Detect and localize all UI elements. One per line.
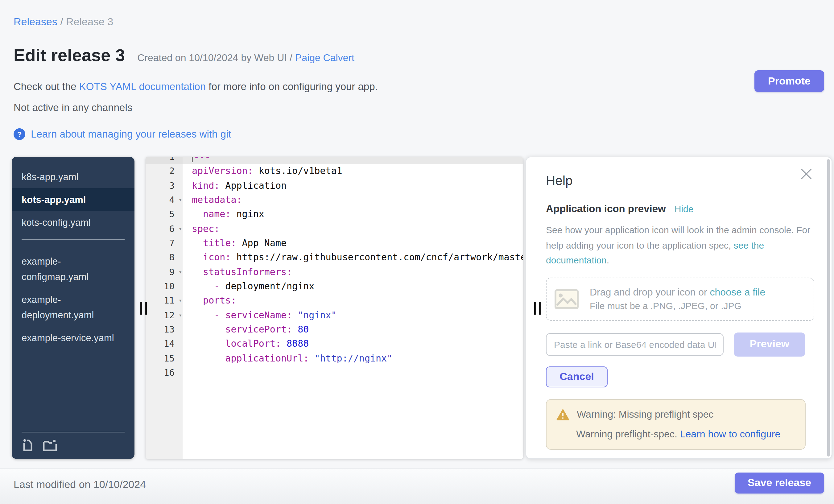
file-list-divider [22,239,125,240]
code-text[interactable]: applicationUrl: "http://nginx" [182,351,523,366]
file-item-k8s-app.yaml[interactable]: k8s-app.yaml [12,165,134,188]
code-line-4[interactable]: 4▾metadata: [146,193,523,207]
line-number: 14 [146,337,182,352]
fold-arrow-icon[interactable]: ▾ [179,294,182,308]
sidebar-divider [22,432,125,433]
code-text[interactable]: name: nginx [182,207,523,222]
file-sidebar: k8s-app.yamlkots-app.yamlkots-config.yam… [12,157,134,459]
fold-arrow-icon[interactable]: ▾ [179,308,182,323]
code-line-15[interactable]: 15 applicationUrl: "http://nginx" [146,351,523,366]
code-line-13[interactable]: 13 servicePort: 80 [146,323,523,337]
file-item-example-service.yaml[interactable]: example-service.yaml [12,326,134,349]
fold-arrow-icon[interactable]: ▾ [179,193,182,207]
kots-yaml-doc-link[interactable]: KOTS YAML documentation [79,81,206,92]
line-number: 3 [146,179,182,193]
code-text[interactable]: --- [182,157,523,165]
page-title: Edit release 3 [14,46,125,65]
code-line-8[interactable]: 8 icon: https://raw.githubusercontent.co… [146,251,523,265]
help-panel-resize-handle[interactable] [534,302,541,314]
code-line-10[interactable]: 10 - deployment/nginx [146,280,523,294]
code-text[interactable]: statusInformers: [182,265,523,280]
code-line-12[interactable]: 12▾ - serviceName: "nginx" [146,308,523,323]
sidebar-resize-handle[interactable] [140,302,147,314]
file-item-example-deployment.yaml[interactable]: example-deployment.yaml [12,288,134,326]
code-line-7[interactable]: 7 title: App Name [146,236,523,251]
icon-url-input[interactable] [546,333,724,356]
editor-content: 1---2apiVersion: kots.io/v1beta13kind: A… [146,157,523,380]
git-help-link-text[interactable]: Learn about managing your releases with … [31,128,231,140]
code-text[interactable]: metadata: [182,193,523,207]
author-link[interactable]: Paige Calvert [295,52,354,63]
breadcrumb-current: Release 3 [66,16,113,28]
close-icon[interactable] [799,167,813,181]
code-text[interactable]: servicePort: 80 [182,323,523,337]
line-number: 12▾ [146,308,182,323]
code-text[interactable]: - serviceName: "nginx" [182,308,523,323]
code-line-16[interactable]: 16 [146,366,523,380]
doc-hint: Check out the KOTS YAML documentation fo… [14,81,378,92]
code-line-2[interactable]: 2apiVersion: kots.io/v1beta1 [146,165,523,179]
icon-preview-section-title: Application icon preview [546,203,666,215]
add-folder-icon[interactable] [43,439,58,452]
code-text[interactable]: kind: Application [182,179,523,193]
cancel-button[interactable]: Cancel [546,366,608,387]
image-placeholder-icon [554,289,578,309]
add-file-icon[interactable] [22,439,34,452]
code-line-6[interactable]: 6▾spec: [146,222,523,236]
channel-status: Not active in any channels [14,102,132,113]
warning-triangle-icon [556,409,569,420]
code-line-9[interactable]: 9▾ statusInformers: [146,265,523,280]
code-text[interactable]: title: App Name [182,236,523,251]
text-cursor [192,157,193,162]
code-line-1[interactable]: 1--- [146,157,523,165]
code-text[interactable] [182,366,523,380]
code-line-11[interactable]: 11▾ ports: [146,294,523,308]
doc-hint-prefix: Check out the [14,81,79,92]
description-text: See how your application icon will look … [546,224,810,250]
choose-file-link[interactable]: choose a file [710,287,766,297]
breadcrumb: Releases / Release 3 [14,16,113,28]
title-row: Edit release 3 Created on 10/10/2024 by … [14,46,354,65]
footer-bar: Last modified on 10/10/2024 Save release [0,468,834,504]
line-number: 10 [146,280,182,294]
line-number: 8 [146,251,182,265]
hide-link[interactable]: Hide [675,203,694,214]
yaml-editor[interactable]: 1---2apiVersion: kots.io/v1beta13kind: A… [146,157,523,459]
icon-dropzone[interactable]: Drag and drop your icon or choose a file… [546,277,814,321]
file-item-example-configmap.yaml[interactable]: example-configmap.yaml [12,250,134,288]
dropzone-file-types: File must be a .PNG, .JPEG, or .JPG [590,301,765,311]
code-line-3[interactable]: 3kind: Application [146,179,523,193]
line-number: 16 [146,366,182,380]
fold-arrow-icon[interactable]: ▾ [179,265,182,280]
code-text[interactable]: localPort: 8888 [182,337,523,352]
created-info: Created on 10/10/2024 by Web UI / Paige … [137,52,354,64]
breadcrumb-releases-link[interactable]: Releases [14,16,57,28]
code-text[interactable]: - deployment/nginx [182,280,523,294]
code-text[interactable]: spec: [182,222,523,236]
help-panel: Help Application icon preview Hide See h… [526,157,832,459]
line-number: 13 [146,323,182,337]
warning-detail: Warning preflight-spec. Learn how to con… [556,429,795,440]
code-text[interactable]: icon: https://raw.githubusercontent.com/… [182,251,523,265]
icon-preview-description: See how your application icon will look … [546,223,812,268]
line-number: 9▾ [146,265,182,280]
dropzone-text: Drag and drop your icon or choose a file [590,287,765,298]
preview-button[interactable]: Preview [734,332,805,356]
promote-button[interactable]: Promote [754,70,824,92]
git-help-link[interactable]: ? Learn about managing your releases wit… [14,128,231,140]
file-item-kots-config.yaml[interactable]: kots-config.yaml [12,211,134,234]
line-number: 1 [146,157,182,165]
fold-arrow-icon[interactable]: ▾ [179,222,182,236]
code-text[interactable]: ports: [182,294,523,308]
breadcrumb-separator: / [57,16,66,28]
line-number: 4▾ [146,193,182,207]
code-text[interactable]: apiVersion: kots.io/v1beta1 [182,165,523,179]
help-panel-scrollbar[interactable] [827,159,830,457]
file-item-kots-app.yaml[interactable]: kots-app.yaml [12,188,134,211]
code-line-14[interactable]: 14 localPort: 8888 [146,337,523,352]
line-number: 15 [146,351,182,366]
warning-title: Warning: Missing preflight spec [577,409,714,420]
learn-configure-link[interactable]: Learn how to configure [680,429,781,439]
save-release-button[interactable]: Save release [735,473,824,494]
code-line-5[interactable]: 5 name: nginx [146,207,523,222]
